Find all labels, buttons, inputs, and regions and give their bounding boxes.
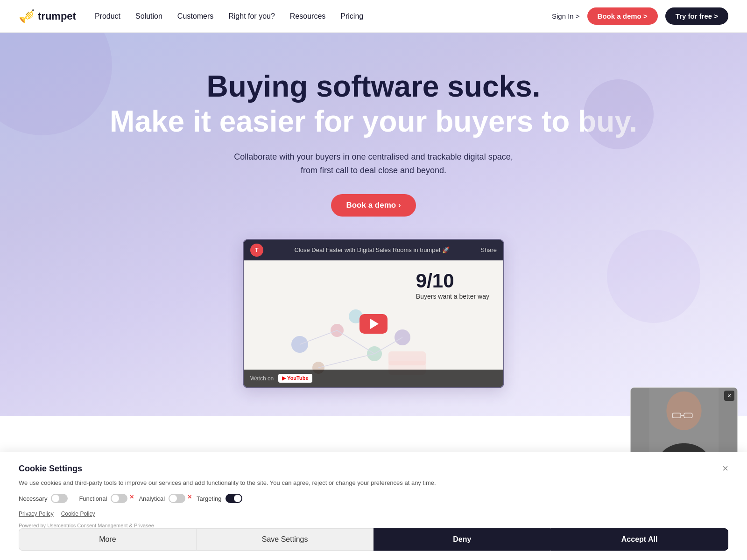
play-triangle-icon [370, 319, 379, 329]
video-title: Close Deal Faster with Digital Sales Roo… [269, 246, 475, 253]
cookie-description: We use cookies and third-party tools to … [19, 479, 439, 486]
cookie-buttons: More Save Settings Deny Accept All [19, 528, 728, 551]
hero-headline-dark: Buying software sucks. [207, 70, 541, 103]
cookie-close-button[interactable]: × [722, 463, 728, 474]
watch-text: Watch on [250, 375, 274, 382]
cookie-more-button[interactable]: More [19, 528, 196, 551]
cookie-toggles: Necessary Functional ✕ Analytical ✕ Targ… [19, 494, 728, 503]
toggle-analytical-label: Analytical [139, 495, 165, 502]
try-free-button[interactable]: Try for free > [665, 7, 728, 25]
video-embed: T Close Deal Faster with Digital Sales R… [243, 239, 504, 388]
cookie-title: Cookie Settings [19, 464, 82, 474]
toggle-necessary-group: Necessary [19, 494, 68, 503]
toggle-targeting-group: Targeting [197, 494, 242, 503]
cookie-banner: Cookie Settings × We use cookies and thi… [0, 452, 747, 560]
svg-line-6 [300, 330, 337, 344]
toggle-functional-label: Functional [79, 495, 107, 502]
nav-links: Product Solution Customers Right for you… [95, 12, 552, 21]
toggle-functional-group: Functional ✕ [79, 494, 127, 503]
toggle-targeting[interactable] [226, 494, 242, 503]
powered-by-text: Powered by Usercentrics Consent Manageme… [19, 523, 728, 528]
hero-section: Buying software sucks. Make it easier fo… [0, 33, 747, 416]
floating-video-close-button[interactable]: × [724, 391, 734, 401]
youtube-logo: ▶ YouTube [278, 374, 312, 383]
svg-point-14 [666, 392, 701, 430]
logo-text: trumpet [38, 10, 76, 22]
stat-text: Buyers want a better way [416, 292, 489, 301]
cookie-save-button[interactable]: Save Settings [196, 528, 374, 551]
video-body: 9/10 Buyers want a better way Watch on ▶… [244, 260, 503, 387]
logo[interactable]: 🎺 trumpet [19, 8, 76, 24]
toggle-analytical[interactable]: ✕ [169, 494, 185, 503]
toggle-necessary[interactable] [51, 494, 68, 503]
cookie-policy-link[interactable]: Cookie Policy [61, 511, 95, 517]
privacy-policy-link[interactable]: Privacy Policy [19, 511, 54, 517]
hero-cta-button[interactable]: Book a demo › [331, 194, 416, 217]
cookie-links: Privacy Policy Cookie Policy [19, 511, 728, 517]
video-bottom-bar: Watch on ▶ YouTube [244, 370, 503, 387]
svg-line-8 [318, 354, 374, 368]
cookie-accept-button[interactable]: Accept All [550, 528, 728, 551]
cookie-deny-button[interactable]: Deny [374, 528, 551, 551]
toggle-functional[interactable]: ✕ [111, 494, 127, 503]
nav-customers[interactable]: Customers [177, 12, 213, 21]
hero-headline-light: Make it easier for your buyers to buy. [110, 105, 637, 139]
nav-right: Sign In > Book a demo > Try for free > [552, 7, 728, 25]
video-header: T Close Deal Faster with Digital Sales R… [244, 240, 503, 260]
hero-subtext: Collaborate with your buyers in one cent… [229, 150, 518, 177]
cookie-header: Cookie Settings × [19, 463, 728, 474]
nav-solution[interactable]: Solution [135, 12, 162, 21]
toggle-analytical-group: Analytical ✕ [139, 494, 185, 503]
stat-number: 9/10 [416, 270, 489, 292]
nav-product[interactable]: Product [95, 12, 120, 21]
toggle-necessary-label: Necessary [19, 495, 47, 502]
sign-in-link[interactable]: Sign In > [552, 12, 580, 20]
nav-right-for-you[interactable]: Right for you? [228, 12, 275, 21]
logo-icon: 🎺 [19, 8, 35, 24]
nav-resources[interactable]: Resources [290, 12, 325, 21]
video-share-button[interactable]: Share [480, 246, 497, 253]
svg-line-9 [374, 337, 402, 354]
svg-line-7 [337, 330, 374, 354]
video-play-button[interactable] [359, 314, 388, 334]
video-channel-icon: T [250, 244, 263, 257]
book-demo-button[interactable]: Book a demo > [587, 7, 658, 25]
video-stats-overlay: 9/10 Buyers want a better way [416, 270, 489, 301]
toggle-targeting-label: Targeting [197, 495, 221, 502]
navbar: 🎺 trumpet Product Solution Customers Rig… [0, 0, 747, 33]
nav-pricing[interactable]: Pricing [340, 12, 363, 21]
